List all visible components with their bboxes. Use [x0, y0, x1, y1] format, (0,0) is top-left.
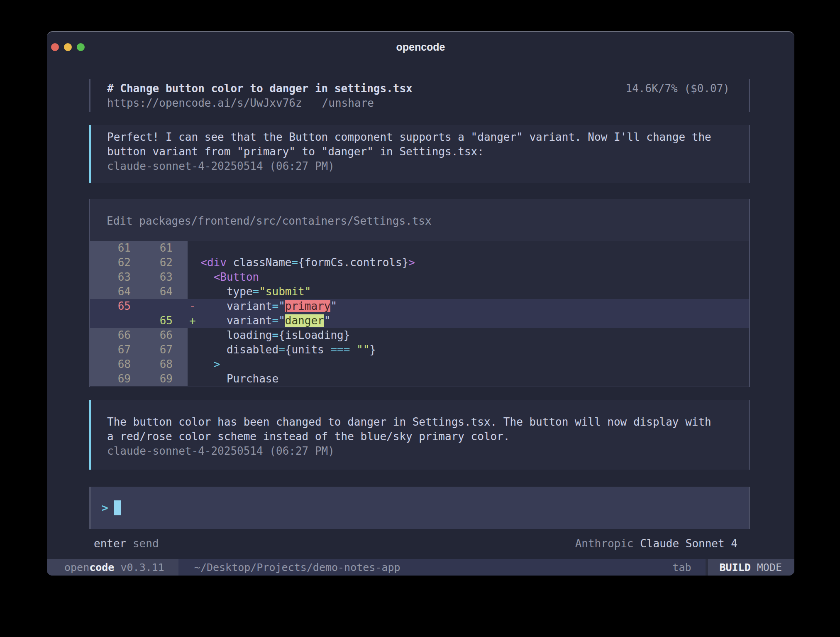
token-cost-stats: 14.6K/7% ($0.07): [626, 81, 730, 96]
share-url: https://opencode.ai/s/UwJxv76z: [107, 96, 302, 110]
working-directory: ~/Desktop/Projects/demo-notes-app: [194, 559, 400, 576]
diff-code-line: <Button: [188, 270, 749, 284]
session-title: # Change button color to danger in setti…: [107, 81, 413, 96]
mode-word-label: MODE: [757, 561, 782, 573]
message-text: The button color has been changed to dan…: [107, 415, 749, 444]
diff-code-line: <div className={formCs.controls}>: [188, 255, 749, 270]
enter-hint: enter send: [94, 537, 159, 551]
provider-label: Anthropic: [575, 537, 634, 550]
diff-row: 6666 loading={isLoading}: [90, 328, 749, 343]
gutter-gap: [178, 357, 188, 372]
model-label: Claude Sonnet 4: [640, 537, 737, 550]
prompt-input[interactable]: >: [89, 487, 750, 529]
assistant-message: The button color has been changed to dan…: [89, 400, 750, 470]
new-line-number: 66: [137, 328, 178, 343]
message-meta: claude-sonnet-4-20250514 (06:27 PM): [107, 444, 749, 458]
gutter-gap: [178, 241, 188, 255]
prompt-chevron: >: [102, 502, 108, 514]
model-indicator: Anthropic Claude Sonnet 4: [575, 537, 737, 551]
gutter-gap: [178, 299, 188, 314]
added-marker: +: [189, 314, 196, 328]
gutter-gap: [178, 284, 188, 299]
new-line-number: 68: [137, 357, 178, 372]
message-line: Perfect! I can see that the Button compo…: [107, 130, 749, 145]
gutter-gap: [178, 314, 188, 328]
hint-bar: enter send Anthropic Claude Sonnet 4: [89, 537, 750, 551]
edit-tool-card: Edit packages/frontend/src/containers/Se…: [89, 199, 750, 387]
diff-code-line: type="submit": [188, 284, 749, 299]
new-line-number: 62: [137, 255, 178, 270]
old-line-number: 62: [90, 255, 137, 270]
message-line: a red/rose color scheme instead of the b…: [107, 429, 749, 444]
diff-row: 6767 disabled={units === ""}: [90, 343, 749, 357]
diff-row: 65+ variant="danger": [90, 314, 749, 328]
diff-row: 6363 <Button: [90, 270, 749, 284]
message-line: The button color has been changed to dan…: [107, 415, 749, 429]
assistant-message: Perfect! I can see that the Button compo…: [89, 125, 750, 183]
app-name-code: code: [89, 561, 114, 573]
status-bar: opencode v0.3.11 ~/Desktop/Projects/demo…: [47, 559, 794, 576]
old-line-number: 64: [90, 284, 137, 299]
new-line-number: 69: [137, 372, 178, 386]
diff-view: 61616262 <div className={formCs.controls…: [90, 241, 749, 386]
diff-code-line: - variant="primary": [188, 299, 749, 314]
app-version-chip: opencode v0.3.11: [47, 559, 178, 576]
gutter-gap: [178, 255, 188, 270]
old-line-number: 63: [90, 270, 137, 284]
diff-code-line: disabled={units === ""}: [188, 343, 749, 357]
old-line-number: 61: [90, 241, 137, 255]
diff-row: 6262 <div className={formCs.controls}>: [90, 255, 749, 270]
enter-action-label: send: [133, 537, 159, 550]
new-line-number: 65: [137, 314, 178, 328]
diff-code-line: + variant="danger": [188, 314, 749, 328]
new-line-number: 63: [137, 270, 178, 284]
removed-marker: -: [189, 299, 196, 314]
edit-file-path: Edit packages/frontend/src/containers/Se…: [107, 214, 749, 228]
diff-row: 6464 type="submit": [90, 284, 749, 299]
message-text: Perfect! I can see that the Button compo…: [107, 130, 749, 159]
app-name-open: open: [64, 561, 89, 573]
new-line-number: 64: [137, 284, 178, 299]
mode-build-label: BUILD: [720, 561, 751, 573]
enter-key-label: enter: [94, 537, 126, 550]
window-title: opencode: [47, 41, 794, 53]
diff-code-line: Purchase: [188, 372, 749, 386]
message-line: button variant from "primary" to "danger…: [107, 145, 749, 159]
diff-row: 6969 Purchase: [90, 372, 749, 386]
diff-row: 6868 >: [90, 357, 749, 372]
old-line-number: [90, 314, 137, 328]
old-line-number: 69: [90, 372, 137, 386]
diff-row: 6161: [90, 241, 749, 255]
unshare-command: /unshare: [322, 96, 374, 110]
desktop: { "window": { "title": "opencode" }, "he…: [0, 0, 840, 637]
session-header: # Change button color to danger in setti…: [89, 79, 750, 112]
diff-code-line: loading={isLoading}: [188, 328, 749, 343]
gutter-gap: [178, 270, 188, 284]
tab-keybind-hint: tab: [672, 559, 691, 576]
text-cursor: [114, 500, 121, 515]
old-line-number: 66: [90, 328, 137, 343]
diff-code-line: >: [188, 357, 749, 372]
opencode-window: opencode # Change button color to danger…: [47, 31, 794, 576]
new-line-number: 61: [137, 241, 178, 255]
gutter-gap: [178, 343, 188, 357]
mode-chip: BUILDMODE: [706, 559, 794, 576]
gutter-gap: [178, 328, 188, 343]
diff-row: 65- variant="primary": [90, 299, 749, 314]
message-meta: claude-sonnet-4-20250514 (06:27 PM): [107, 159, 749, 174]
old-line-number: 68: [90, 357, 137, 372]
titlebar: opencode: [47, 32, 794, 62]
gutter-gap: [178, 372, 188, 386]
old-line-number: 65: [90, 299, 137, 314]
new-line-number: 67: [137, 343, 178, 357]
diff-code-line: [188, 241, 749, 255]
new-line-number: [137, 299, 178, 314]
app-version: v0.3.11: [121, 561, 164, 573]
old-line-number: 67: [90, 343, 137, 357]
